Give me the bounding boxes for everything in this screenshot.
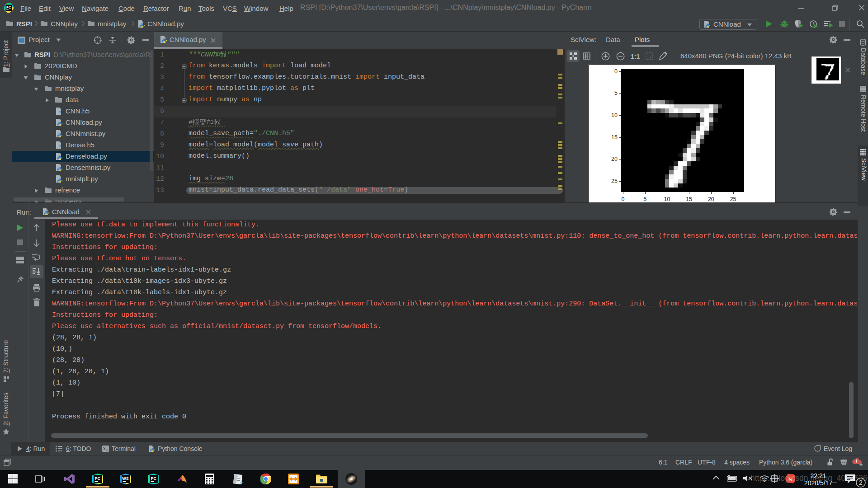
svg-text:WS: WS	[122, 476, 129, 481]
svg-text:!: !	[856, 459, 857, 464]
svg-text:?: ?	[58, 144, 61, 149]
svg-text:PC: PC	[95, 476, 101, 481]
svg-text:PC: PC	[6, 5, 11, 9]
svg-text:?: ?	[58, 110, 61, 115]
svg-text:PC: PC	[151, 476, 157, 481]
